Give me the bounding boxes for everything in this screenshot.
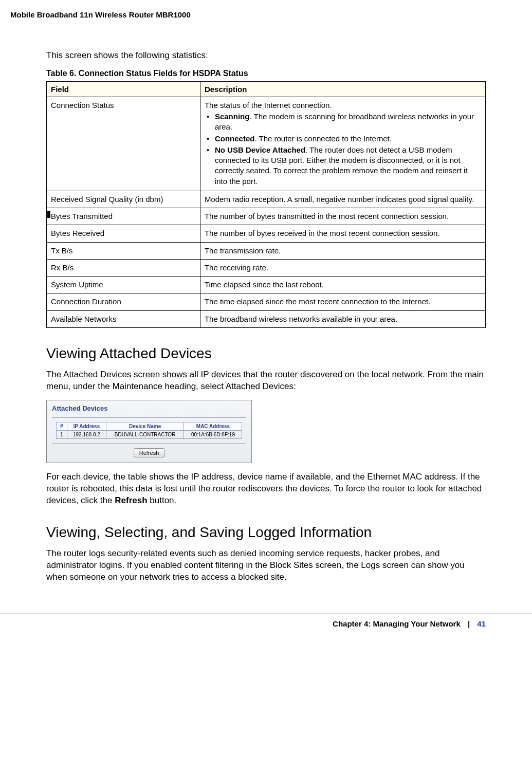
desc-cell: The broadband wireless networks availabl… xyxy=(200,310,485,327)
change-bar-icon xyxy=(47,211,50,218)
table-caption: Table 6. Connection Status Fields for HS… xyxy=(46,69,486,78)
heading-attached-devices: Viewing Attached Devices xyxy=(46,345,486,362)
bullet-text: . The router is connected to the Interne… xyxy=(254,134,392,143)
para2-part-b: button. xyxy=(148,495,177,505)
inner-cell-num: 1 xyxy=(56,430,67,438)
running-header: Mobile Broadband 11n Wireless Router MBR… xyxy=(10,10,486,19)
heading-logged-information: Viewing, Selecting, and Saving Logged In… xyxy=(46,524,486,541)
table-row: Bytes Transmitted The number of bytes tr… xyxy=(47,208,486,225)
table-row: Available Networks The broadband wireles… xyxy=(47,310,486,327)
para2-part-a: For each device, the table shows the IP … xyxy=(46,472,482,505)
bullet-text: . The modem is scanning for broadband wi… xyxy=(215,112,474,131)
connection-status-table: Field Description Connection Status The … xyxy=(46,81,486,328)
table-row: Rx B/s The receiving rate. xyxy=(47,259,486,276)
desc-cell: The number of bytes received in the most… xyxy=(200,225,485,242)
attached-devices-intro: The Attached Devices screen shows all IP… xyxy=(46,369,486,393)
col-description: Description xyxy=(200,81,485,97)
field-cell: Received Signal Quality (in dbm) xyxy=(47,191,200,208)
table-row: Connection Status The status of the Inte… xyxy=(47,97,486,191)
screenshot-title: Attached Devices xyxy=(52,404,246,412)
inner-cell-name: BDUVALL-CONTRACTOR xyxy=(106,430,184,438)
field-cell: System Uptime xyxy=(47,277,200,293)
inner-col-name: Device Name xyxy=(106,422,184,430)
inner-col-mac: MAC Address xyxy=(184,422,242,430)
attached-devices-followup: For each device, the table shows the IP … xyxy=(46,471,486,507)
inner-col-ip: IP Address xyxy=(67,422,106,430)
refresh-button[interactable]: Refresh xyxy=(134,448,165,457)
field-cell: Connection Status xyxy=(47,97,200,191)
bullet-item: Connected. The router is connected to th… xyxy=(212,134,481,144)
footer-page-number: 41 xyxy=(477,619,486,628)
divider xyxy=(52,417,246,418)
footer-separator: | xyxy=(468,619,470,628)
field-cell: Available Networks xyxy=(47,310,200,327)
logs-paragraph: The router logs security-related events … xyxy=(46,548,486,583)
desc-cell: The time elapsed since the most recent c… xyxy=(200,293,485,310)
table-row: System Uptime Time elapsed since the las… xyxy=(47,277,486,293)
col-field: Field xyxy=(47,81,200,97)
desc-cell: The transmission rate. xyxy=(200,242,485,259)
field-cell: Connection Duration xyxy=(47,293,200,310)
divider xyxy=(52,443,246,444)
bullet-item: No USB Device Attached. The router does … xyxy=(212,145,481,187)
page-footer: Chapter 4: Managing Your Network | 41 xyxy=(0,614,532,628)
inner-row: 1 192.168.0.2 BDUVALL-CONTRACTOR 00:1A:6… xyxy=(56,430,242,438)
table-row: Bytes Received The number of bytes recei… xyxy=(47,225,486,242)
table-row: Connection Duration The time elapsed sin… xyxy=(47,293,486,310)
inner-col-num: # xyxy=(56,422,67,430)
inner-cell-mac: 00:1A:6B:6D:8F:19 xyxy=(184,430,242,438)
bullet-bold: Connected xyxy=(215,134,255,143)
field-cell: Bytes Transmitted xyxy=(47,208,200,225)
footer-chapter: Chapter 4: Managing Your Network xyxy=(333,619,461,628)
bullet-item: Scanning. The modem is scanning for broa… xyxy=(212,112,481,133)
desc-cell: The number of bytes transmitted in the m… xyxy=(200,208,485,225)
desc-cell: The status of the Internet connection. S… xyxy=(200,97,485,191)
attached-devices-inner-table: # IP Address Device Name MAC Address 1 1… xyxy=(56,422,243,439)
bullet-bold: Scanning xyxy=(215,112,250,121)
intro-paragraph: This screen shows the following statisti… xyxy=(46,50,486,62)
table-row: Tx B/s The transmission rate. xyxy=(47,242,486,259)
field-cell: Tx B/s xyxy=(47,242,200,259)
attached-devices-screenshot: Attached Devices # IP Address Device Nam… xyxy=(46,400,252,463)
desc-cell: The receiving rate. xyxy=(200,259,485,276)
field-cell: Rx B/s xyxy=(47,259,200,276)
field-cell: Bytes Received xyxy=(47,225,200,242)
inner-cell-ip: 192.168.0.2 xyxy=(67,430,106,438)
desc-intro: The status of the Internet connection. xyxy=(205,101,332,109)
table-row: Received Signal Quality (in dbm) Modem r… xyxy=(47,191,486,208)
desc-cell: Time elapsed since the last reboot. xyxy=(200,277,485,293)
desc-cell: Modem radio reception. A small, negative… xyxy=(200,191,485,208)
para2-bold: Refresh xyxy=(115,495,147,505)
bullet-bold: No USB Device Attached xyxy=(215,145,305,154)
